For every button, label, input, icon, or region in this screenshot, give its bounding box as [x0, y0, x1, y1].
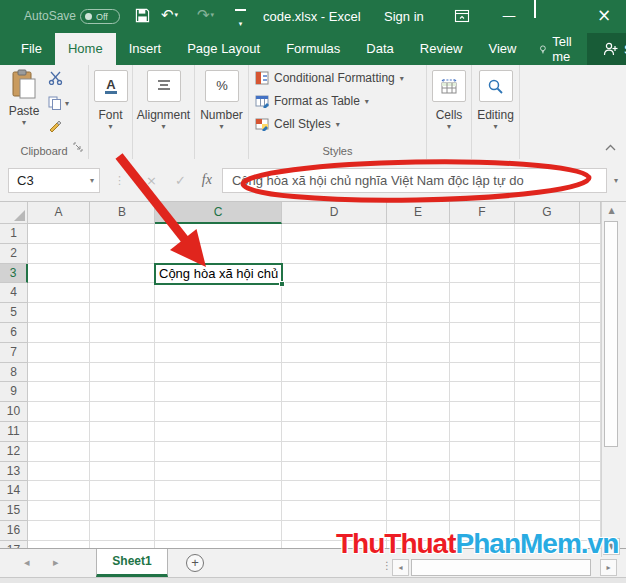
- cells-group[interactable]: Cells ▾: [427, 65, 472, 159]
- row-header-17[interactable]: 17: [0, 541, 28, 548]
- row-header-16[interactable]: 16: [0, 521, 28, 541]
- cell[interactable]: [28, 462, 90, 482]
- cell[interactable]: [387, 264, 450, 284]
- cell[interactable]: [450, 402, 515, 422]
- cell[interactable]: [28, 264, 90, 284]
- cell[interactable]: [90, 422, 155, 442]
- cell[interactable]: [90, 541, 155, 548]
- cell[interactable]: [90, 303, 155, 323]
- cell[interactable]: [28, 382, 90, 402]
- cell[interactable]: [90, 481, 155, 501]
- cell[interactable]: [450, 363, 515, 383]
- cell[interactable]: [580, 244, 601, 264]
- cell[interactable]: [515, 402, 580, 422]
- cell[interactable]: [450, 382, 515, 402]
- row-header-9[interactable]: 9: [0, 382, 28, 402]
- column-header-F[interactable]: F: [450, 202, 515, 224]
- expand-formula-bar-icon[interactable]: ▾: [614, 176, 618, 185]
- cell[interactable]: [282, 343, 387, 363]
- cell[interactable]: [282, 323, 387, 343]
- row-header-6[interactable]: 6: [0, 323, 28, 343]
- autosave-toggle[interactable]: Off: [80, 9, 120, 24]
- cell[interactable]: [580, 224, 601, 244]
- cell[interactable]: [90, 224, 155, 244]
- row-header-2[interactable]: 2: [0, 244, 28, 264]
- cell[interactable]: [387, 462, 450, 482]
- cell[interactable]: [515, 442, 580, 462]
- undo-button[interactable]: ↶▾: [161, 6, 178, 24]
- row-header-11[interactable]: 11: [0, 422, 28, 442]
- sign-in-button[interactable]: Sign in: [384, 9, 424, 24]
- row-header-12[interactable]: 12: [0, 442, 28, 462]
- tab-data[interactable]: Data: [353, 33, 406, 65]
- cell[interactable]: [450, 501, 515, 521]
- column-header-partial[interactable]: [580, 202, 601, 224]
- select-all-corner[interactable]: [0, 202, 28, 224]
- cell[interactable]: [282, 244, 387, 264]
- cell[interactable]: [155, 382, 282, 402]
- cell[interactable]: [28, 442, 90, 462]
- vertical-scroll-thumb[interactable]: [604, 221, 618, 447]
- cell[interactable]: [155, 224, 282, 244]
- ribbon-display-options-icon[interactable]: [454, 8, 470, 28]
- cell[interactable]: [580, 363, 601, 383]
- cell[interactable]: [282, 462, 387, 482]
- tab-file[interactable]: File: [8, 33, 55, 65]
- cell[interactable]: [515, 481, 580, 501]
- cell[interactable]: [450, 264, 515, 284]
- cell[interactable]: [90, 521, 155, 541]
- redo-dropdown-icon[interactable]: ▾: [211, 11, 215, 19]
- format-as-table-button[interactable]: Format as Table ▾: [249, 88, 426, 111]
- cell[interactable]: [515, 264, 580, 284]
- cell[interactable]: [580, 323, 601, 343]
- column-header-E[interactable]: E: [387, 202, 450, 224]
- cell[interactable]: [282, 224, 387, 244]
- cell-styles-dropdown-icon[interactable]: ▾: [336, 120, 340, 129]
- horizontal-scrollbar[interactable]: ⋮ ◂ ▸: [0, 558, 626, 577]
- copy-button[interactable]: ▾: [48, 96, 69, 110]
- share-button[interactable]: Share: [587, 33, 626, 65]
- cell[interactable]: [580, 382, 601, 402]
- cell[interactable]: [282, 283, 387, 303]
- clipboard-dialog-launcher-icon[interactable]: [73, 138, 83, 156]
- tab-insert[interactable]: Insert: [116, 33, 175, 65]
- row-header-15[interactable]: 15: [0, 501, 28, 521]
- tab-tell-me[interactable]: Tell me: [529, 33, 587, 65]
- cell[interactable]: [155, 521, 282, 541]
- cut-button[interactable]: [48, 71, 69, 89]
- cell[interactable]: [515, 283, 580, 303]
- row-header-10[interactable]: 10: [0, 402, 28, 422]
- cell[interactable]: [580, 343, 601, 363]
- cell[interactable]: [450, 283, 515, 303]
- cell[interactable]: [282, 442, 387, 462]
- cell[interactable]: [28, 363, 90, 383]
- cell[interactable]: [387, 323, 450, 343]
- cell[interactable]: [155, 481, 282, 501]
- name-box-dropdown-icon[interactable]: ▾: [90, 176, 99, 185]
- tab-home[interactable]: Home: [55, 33, 116, 65]
- cell[interactable]: [387, 481, 450, 501]
- cell[interactable]: [387, 303, 450, 323]
- cell[interactable]: [450, 303, 515, 323]
- cell[interactable]: [28, 501, 90, 521]
- cell[interactable]: [282, 363, 387, 383]
- cell[interactable]: [155, 244, 282, 264]
- cell[interactable]: [282, 422, 387, 442]
- cell[interactable]: [515, 462, 580, 482]
- active-cell-C3[interactable]: Cộng hòa xã hội chủ: [154, 263, 283, 285]
- horizontal-scroll-thumb[interactable]: [411, 559, 591, 576]
- cell[interactable]: [90, 462, 155, 482]
- copy-dropdown-icon[interactable]: ▾: [65, 99, 69, 108]
- column-header-A[interactable]: A: [28, 202, 90, 224]
- cell[interactable]: [387, 343, 450, 363]
- cell[interactable]: [155, 363, 282, 383]
- collapse-ribbon-icon[interactable]: [605, 137, 616, 155]
- scroll-right-icon[interactable]: ▸: [600, 559, 617, 576]
- cell[interactable]: [28, 541, 90, 548]
- cell[interactable]: [90, 363, 155, 383]
- cell[interactable]: [580, 462, 601, 482]
- enter-icon[interactable]: ✓: [175, 173, 186, 188]
- cell[interactable]: [580, 442, 601, 462]
- cell[interactable]: [387, 224, 450, 244]
- cell[interactable]: [28, 323, 90, 343]
